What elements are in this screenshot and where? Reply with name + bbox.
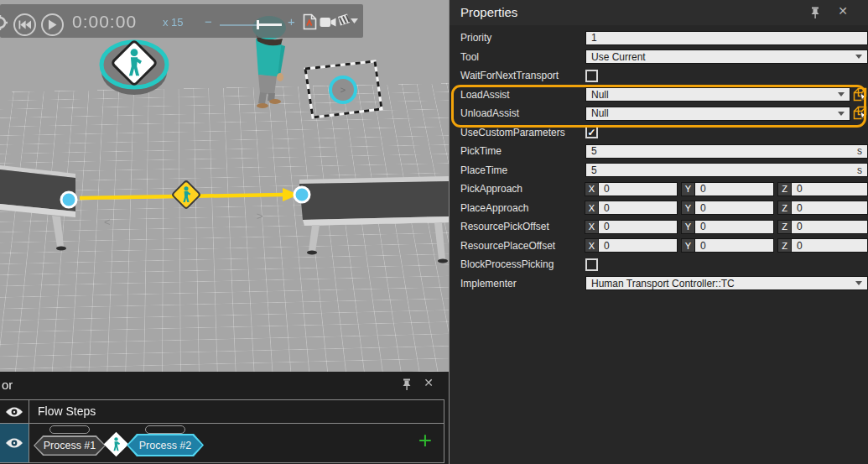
flow-endpoint-right[interactable] bbox=[294, 187, 309, 202]
prop-row-placeapproach: PlaceApproach X 0 Y 0 Z 0 bbox=[450, 199, 868, 218]
simulation-time: 0:00:00 bbox=[72, 12, 137, 32]
settings-gear-icon[interactable] bbox=[0, 15, 8, 30]
scene-canvas: > < > bbox=[0, 0, 449, 372]
axis-y-label: Y bbox=[681, 238, 695, 253]
implementer-dropdown[interactable]: Human Transport Controller::TC bbox=[585, 276, 868, 290]
prop-label: ResourcePlaceOffset bbox=[450, 240, 585, 252]
flag-dropdown-chevron-icon[interactable] bbox=[351, 18, 358, 23]
add-flow-step-button[interactable]: + bbox=[418, 429, 432, 452]
conveyor-right[interactable] bbox=[299, 176, 449, 263]
resourceplaceoffset-y-input[interactable]: 0 bbox=[695, 238, 774, 253]
eye-icon bbox=[5, 406, 23, 418]
close-panel-icon[interactable]: ✕ bbox=[422, 376, 435, 389]
axis-z-label: Z bbox=[777, 238, 792, 253]
tool-dropdown[interactable]: Use Current bbox=[585, 50, 868, 64]
resourcepickoffset-z-input[interactable]: 0 bbox=[792, 220, 868, 234]
resourceplaceoffset-x-input[interactable]: 0 bbox=[599, 238, 678, 253]
flow-step-process-1[interactable]: Process #1 bbox=[34, 435, 106, 456]
export-pdf-icon[interactable] bbox=[303, 13, 317, 30]
transport-flow-arrow[interactable] bbox=[61, 180, 309, 209]
speed-slider-handle[interactable] bbox=[257, 20, 259, 29]
flow-step-process-2-selected[interactable]: Process #2 bbox=[127, 434, 204, 456]
prop-row-loadassist: LoadAssist Null bbox=[450, 86, 868, 105]
trace-flag-icon[interactable] bbox=[337, 13, 351, 28]
record-video-icon[interactable] bbox=[320, 17, 336, 28]
prop-label: PickTime bbox=[450, 145, 585, 157]
prop-row-waitfornexttransport: WaitForNextTransport bbox=[450, 66, 868, 86]
floor-chevron-right: > bbox=[257, 210, 263, 222]
axis-z-label: Z bbox=[777, 201, 792, 215]
flow-steps-header-row: Flow Steps bbox=[0, 400, 444, 424]
selected-area-node[interactable]: > bbox=[305, 61, 382, 117]
rewind-button[interactable] bbox=[13, 13, 36, 36]
pick-in-3d-icon[interactable] bbox=[853, 87, 868, 102]
flow-editor-header: or ✕ bbox=[0, 372, 449, 399]
simulation-speed: x 15 bbox=[163, 16, 184, 29]
prop-label: PickApproach bbox=[450, 183, 585, 195]
flow-steps-row: Process #1 Process #2 + bbox=[0, 424, 444, 463]
waitfornexttransport-checkbox[interactable] bbox=[585, 70, 598, 82]
speed-increase-button[interactable]: + bbox=[288, 14, 295, 29]
chevron-down-icon bbox=[838, 92, 845, 96]
prop-row-picktime: PickTime 5 s bbox=[450, 142, 868, 161]
prop-label: Tool bbox=[450, 51, 585, 63]
chevron-down-icon bbox=[855, 281, 862, 285]
prop-row-resourcepickoffset: ResourcePickOffset X 0 Y 0 Z 0 bbox=[450, 217, 868, 237]
flow-steps-title: Flow Steps bbox=[38, 404, 96, 418]
usecustomparameters-checkbox[interactable] bbox=[585, 126, 598, 138]
pickapproach-x-input[interactable]: 0 bbox=[599, 182, 678, 196]
human-transport-sign[interactable] bbox=[172, 180, 200, 209]
prop-row-blockprocesspicking: BlockProcessPicking bbox=[450, 255, 868, 274]
flow-editor-panel: or ✕ Flow Steps bbox=[0, 372, 449, 464]
start-node-marker[interactable] bbox=[101, 40, 167, 95]
conveyor-left[interactable] bbox=[0, 165, 75, 251]
axis-y-label: Y bbox=[681, 220, 695, 234]
picktime-input[interactable]: 5 s bbox=[585, 144, 868, 159]
blockprocesspicking-checkbox[interactable] bbox=[585, 258, 598, 271]
axis-x-label: X bbox=[585, 220, 599, 234]
priority-input[interactable]: 1 bbox=[585, 31, 868, 45]
placeapproach-z-input[interactable]: 0 bbox=[792, 201, 868, 215]
unloadassist-dropdown[interactable]: Null bbox=[585, 107, 850, 121]
axis-x-label: X bbox=[585, 182, 599, 196]
placeapproach-x-input[interactable]: 0 bbox=[599, 201, 678, 215]
speed-decrease-button[interactable]: − bbox=[205, 14, 212, 29]
pick-in-3d-icon[interactable] bbox=[853, 106, 868, 121]
pickapproach-z-input[interactable]: 0 bbox=[792, 182, 868, 196]
properties-panel: Properties ✕ Priority 1 Tool bbox=[449, 0, 868, 464]
prop-label: UnloadAssist bbox=[450, 107, 585, 119]
axis-z-label: Z bbox=[777, 182, 792, 196]
axis-x-label: X bbox=[585, 201, 599, 215]
prop-row-tool: Tool Use Current bbox=[450, 48, 868, 67]
speed-slider-fill bbox=[259, 23, 282, 26]
resourceplaceoffset-z-input[interactable]: 0 bbox=[792, 238, 868, 253]
pickapproach-y-input[interactable]: 0 bbox=[695, 182, 774, 196]
prop-row-pickapproach: PickApproach X 0 Y 0 Z 0 bbox=[450, 180, 868, 199]
close-panel-icon[interactable]: ✕ bbox=[836, 4, 850, 18]
prop-label: BlockProcessPicking bbox=[450, 258, 585, 270]
prop-label: LoadAssist bbox=[450, 89, 585, 101]
resourcepickoffset-y-input[interactable]: 0 bbox=[695, 220, 774, 234]
eye-icon bbox=[5, 437, 23, 449]
visibility-toggle-selected[interactable] bbox=[0, 424, 29, 462]
resourcepickoffset-x-input[interactable]: 0 bbox=[599, 220, 678, 234]
panel-title: Properties bbox=[460, 5, 517, 19]
prop-row-placetime: PlaceTime 5 s bbox=[450, 161, 868, 180]
placetime-input[interactable]: 5 s bbox=[585, 163, 868, 177]
prop-row-resourceplaceoffset: ResourcePlaceOffset X 0 Y 0 Z 0 bbox=[450, 237, 868, 256]
pin-panel-icon[interactable] bbox=[400, 378, 413, 391]
play-button[interactable] bbox=[41, 13, 64, 36]
prop-label: ResourcePickOffset bbox=[450, 221, 585, 232]
pin-panel-icon[interactable] bbox=[808, 6, 822, 19]
flow-steps-table: Flow Steps Process #1 bbox=[0, 399, 444, 463]
human-transport-link-icon[interactable] bbox=[104, 432, 129, 457]
flow-endpoint-left[interactable] bbox=[61, 192, 76, 207]
axis-y-label: Y bbox=[681, 201, 695, 215]
prop-row-priority: Priority 1 bbox=[450, 29, 868, 48]
visibility-toggle[interactable] bbox=[0, 400, 29, 423]
playback-toolbar: 0:00:00 x 15 − + bbox=[0, 4, 363, 38]
chevron-down-icon bbox=[838, 112, 845, 116]
prop-label: PlaceTime bbox=[450, 164, 585, 176]
placeapproach-y-input[interactable]: 0 bbox=[695, 201, 774, 215]
loadassist-dropdown[interactable]: Null bbox=[585, 87, 850, 102]
